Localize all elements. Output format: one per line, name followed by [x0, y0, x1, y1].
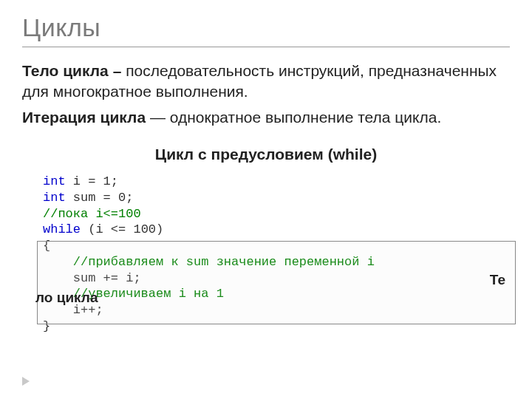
definition-iteration: Итерация цикла — однократное выполнение … — [22, 107, 510, 128]
code-line-4: while (i <= 100) — [43, 222, 505, 238]
term-body: Тело цикла – — [22, 62, 126, 79]
code-line-3: //пока i<=100 — [43, 206, 505, 222]
footer-arrow-icon — [22, 377, 30, 386]
code-line-1: int i = 1; — [43, 174, 505, 190]
code-line-5: { — [43, 238, 505, 254]
title-divider — [22, 47, 510, 47]
code-line-6: //прибавляем к sum значение переменной i — [43, 254, 505, 270]
code-line-8: //увеличиваем i на 1 — [43, 286, 505, 302]
code-line-9: i++; — [43, 302, 505, 318]
keyword-int: int — [43, 174, 66, 188]
term-iteration-rest: — однократное выполнение тела цикла. — [150, 109, 441, 126]
code-subtitle: Цикл с предусловием (while) — [22, 146, 510, 163]
code-line-2: int sum = 0; — [43, 190, 505, 206]
definition-body: Тело цикла – последовательность инструкц… — [22, 61, 510, 103]
code-text: i = 1; — [66, 174, 118, 188]
loop-body-label-left: ло цикла — [35, 289, 98, 307]
keyword-while: while — [43, 222, 81, 236]
loop-body-label-right: Те — [490, 271, 505, 289]
term-iteration: Итерация цикла — [22, 109, 150, 126]
keyword-int: int — [43, 191, 66, 205]
code-text: sum = 0; — [66, 191, 134, 205]
code-line-10: } — [43, 318, 505, 335]
slide-title: Циклы — [22, 13, 510, 42]
code-line-7: sum += i; — [43, 270, 505, 287]
code-block: int i = 1; int sum = 0; //пока i<=100 wh… — [43, 174, 505, 335]
code-text: (i <= 100) — [81, 222, 163, 236]
